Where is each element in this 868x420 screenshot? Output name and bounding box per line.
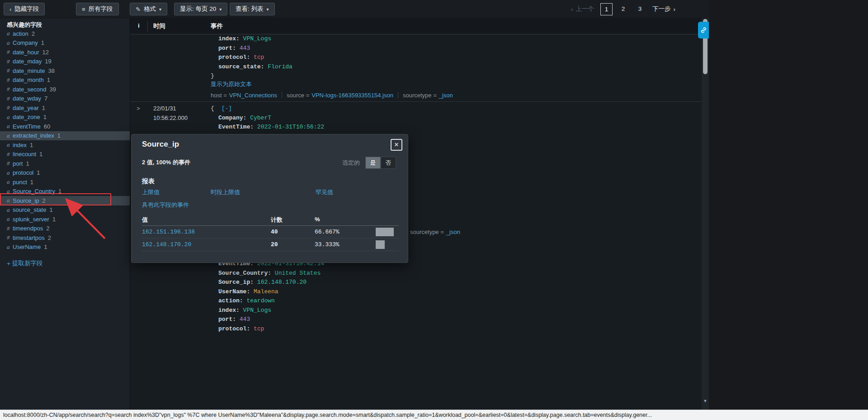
value-link[interactable]: 162.148.170.20 xyxy=(142,241,191,248)
json-key[interactable]: index: xyxy=(218,307,243,314)
per-page-button[interactable]: 显示: 每页 20 ▾ xyxy=(174,3,227,15)
page-button-3[interactable]: 3 xyxy=(634,3,646,15)
sidebar-field-date_second[interactable]: #date_second39 xyxy=(0,85,130,94)
caret-down-icon: ▾ xyxy=(219,7,222,12)
meta-value-link[interactable]: VPN-logs-1663593355154.json xyxy=(311,92,393,99)
scroll-down-icon[interactable]: ▼ xyxy=(702,399,709,403)
close-button[interactable]: ✕ xyxy=(391,139,402,151)
json-value[interactable]: United States xyxy=(275,270,321,277)
json-value[interactable]: CyberT xyxy=(250,115,271,121)
json-value[interactable]: 443 xyxy=(240,45,250,52)
json-key[interactable]: protocol: xyxy=(218,54,254,61)
sidebar-field-source_state[interactable]: asource_state1 xyxy=(0,205,130,215)
chevron-left-icon: ‹ xyxy=(9,6,11,13)
event-field-EventTime: EventTime: 2022-01-31T10:56:22 xyxy=(218,123,324,132)
prev-page-button[interactable]: ‹ 上一个 xyxy=(571,5,594,13)
sidebar-field-linecount[interactable]: #linecount1 xyxy=(0,150,130,159)
all-fields-button[interactable]: ≡ 所有字段 xyxy=(76,3,119,15)
json-key[interactable]: UserName: xyxy=(218,288,254,295)
field-name-link: Source_Country xyxy=(13,188,55,195)
field-type-icon: a xyxy=(7,243,13,251)
extract-new-fields-link[interactable]: + 提取新字段 xyxy=(7,259,42,267)
hide-fields-label: 隐藏字段 xyxy=(14,5,39,13)
sidebar-field-date_year[interactable]: #date_year1 xyxy=(0,103,130,113)
close-icon: ✕ xyxy=(394,141,399,148)
assist-tab-button[interactable] xyxy=(698,22,709,38)
hide-fields-button[interactable]: ‹ 隐藏字段 xyxy=(4,3,45,15)
sidebar-field-protocol[interactable]: aprotocol1 xyxy=(0,168,130,178)
field-count: 1 xyxy=(30,142,33,148)
json-value[interactable]: teardown xyxy=(246,297,274,304)
report-link-0[interactable]: 上限值 xyxy=(142,188,160,196)
sidebar-field-Source_ip[interactable]: aSource_ip2 xyxy=(0,196,130,205)
event2-date: 22/01/31 xyxy=(153,104,188,114)
sidebar-field-date_hour[interactable]: #date_hour12 xyxy=(0,48,130,57)
field-type-icon: a xyxy=(7,123,13,130)
json-value[interactable]: Florida xyxy=(268,63,292,70)
sidebar-field-splunk_server[interactable]: asplunk_server1 xyxy=(0,215,130,224)
meta-label: source = xyxy=(287,92,309,99)
meta-value-link[interactable]: _json xyxy=(446,229,460,235)
json-value[interactable]: VPN_Logs xyxy=(243,307,271,314)
value-link[interactable]: 162.151.196.138 xyxy=(142,229,195,235)
collapse-json-link[interactable]: [-] xyxy=(222,105,232,112)
report-link-2[interactable]: 罕见值 xyxy=(316,188,333,196)
json-key[interactable]: protocol: xyxy=(218,325,254,332)
json-value[interactable]: VPN_Logs xyxy=(243,35,271,42)
sidebar-field-date_mday[interactable]: #date_mday19 xyxy=(0,57,130,67)
json-value[interactable]: Maleena xyxy=(254,288,278,295)
field-count: 12 xyxy=(42,49,49,56)
meta-sourcetype: sourcetype =_json xyxy=(410,229,460,235)
sidebar-field-action[interactable]: aaction2 xyxy=(0,29,130,38)
expand-event-chevron[interactable]: > xyxy=(137,105,140,114)
json-key[interactable]: Company: xyxy=(218,115,250,121)
value-column-header: 值 xyxy=(142,216,148,224)
json-key[interactable]: port: xyxy=(218,316,240,323)
toolbar: ‹ 隐藏字段 ≡ 所有字段 ✎ 格式 ▾ 显示: 每页 20 ▾ 查看: 列表 … xyxy=(0,0,709,18)
sidebar-field-Company[interactable]: aCompany1 xyxy=(0,38,130,48)
json-key[interactable]: port: xyxy=(218,45,240,52)
json-value[interactable]: tcp xyxy=(254,325,264,332)
format-button[interactable]: ✎ 格式 ▾ xyxy=(130,3,167,15)
json-key[interactable]: action: xyxy=(218,297,246,304)
json-value[interactable]: 162.148.170.20 xyxy=(257,279,307,286)
sidebar-field-port[interactable]: #port1 xyxy=(0,159,130,168)
meta-value-link[interactable]: VPN_Connections xyxy=(229,92,277,99)
show-raw-text-link[interactable]: 显示为原始文本 xyxy=(211,80,252,88)
sidebar-field-index[interactable]: aindex1 xyxy=(0,140,130,150)
sidebar-field-timestartpos[interactable]: #timestartpos2 xyxy=(0,233,130,243)
sidebar-field-date_month[interactable]: #date_month1 xyxy=(0,76,130,85)
json-key[interactable]: source_state: xyxy=(218,63,268,70)
page-button-2[interactable]: 2 xyxy=(617,3,629,15)
field-type-icon: a xyxy=(7,30,13,37)
json-key[interactable]: index: xyxy=(218,35,243,42)
selected-no-button[interactable]: 否 xyxy=(381,157,396,169)
report-link-1[interactable]: 时段上限值 xyxy=(211,188,240,196)
next-page-button[interactable]: 下一步 › xyxy=(652,5,675,13)
json-key[interactable]: Source_ip: xyxy=(218,279,257,286)
sidebar-field-date_zone[interactable]: adate_zone1 xyxy=(0,113,130,122)
json-value[interactable]: tcp xyxy=(254,54,264,61)
chevron-left-icon: ‹ xyxy=(571,6,573,13)
selected-yes-button[interactable]: 是 xyxy=(365,157,381,169)
json-key[interactable]: Source_Country: xyxy=(218,270,275,277)
sidebar-field-Source_Country[interactable]: aSource_Country1 xyxy=(0,187,130,196)
events-table-header: i 时间 事件 xyxy=(130,18,702,34)
json-key[interactable]: EventTime: xyxy=(218,124,257,130)
sidebar-field-EventTime[interactable]: aEventTime60 xyxy=(0,122,130,131)
sidebar-field-date_wday[interactable]: #date_wday7 xyxy=(0,94,130,104)
view-button[interactable]: 查看: 列表 ▾ xyxy=(230,3,275,15)
sidebar-field-punct[interactable]: apunct1 xyxy=(0,177,130,187)
meta-value-link[interactable]: _json xyxy=(439,92,453,99)
sidebar-field-UserName[interactable]: aUserName1 xyxy=(0,243,130,252)
json-value[interactable]: 443 xyxy=(240,316,250,323)
sidebar-field-date_minute[interactable]: #date_minute38 xyxy=(0,66,130,76)
page-button-1[interactable]: 1 xyxy=(600,3,613,15)
vertical-scrollbar[interactable]: ▼ xyxy=(702,18,709,410)
events-with-field-link[interactable]: 具有此字段的事件 xyxy=(142,201,189,209)
sidebar-field-extracted_index[interactable]: aextracted_index1 xyxy=(0,131,130,141)
field-type-icon: # xyxy=(7,95,13,102)
popup-report-links: 上限值时段上限值罕见值 xyxy=(132,188,408,196)
sidebar-field-timeendpos[interactable]: #timeendpos2 xyxy=(0,224,130,234)
json-value[interactable]: 2022-01-31T10:56:22 xyxy=(257,124,324,130)
